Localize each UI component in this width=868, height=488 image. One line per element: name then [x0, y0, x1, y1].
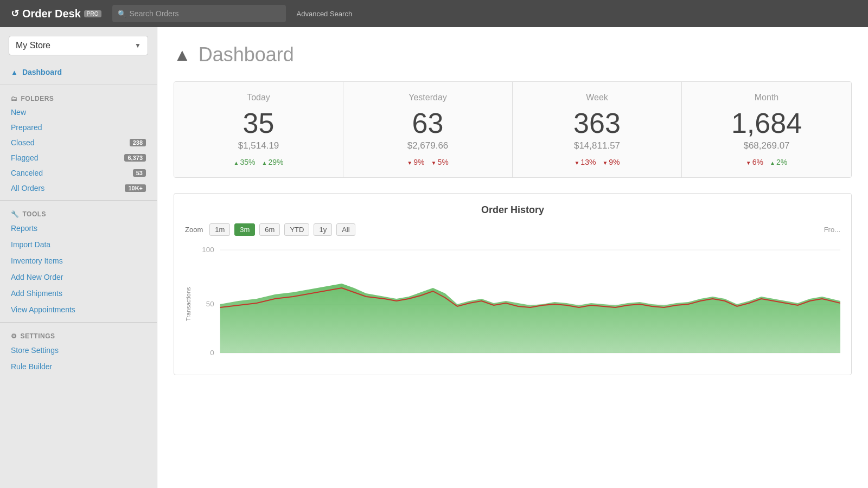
page-title: Dashboard: [199, 43, 294, 66]
sidebar-item-dashboard[interactable]: ▲ Dashboard: [0, 64, 157, 80]
stat-count-today: 35: [187, 109, 330, 137]
arrow-down-icon: [602, 158, 608, 166]
import-data-label: Import Data: [11, 240, 50, 249]
stat-card-yesterday[interactable]: Yesterday 63 $2,679.66 9% 5%: [343, 82, 513, 177]
settings-icon: ⚙: [11, 332, 17, 340]
store-name: My Store: [16, 41, 50, 50]
chart-from-label: Fro...: [824, 226, 840, 234]
search-icon: 🔍: [118, 10, 126, 18]
stat-count-month: 1,684: [695, 109, 838, 137]
stat-change-yesterday-2: 5%: [431, 158, 449, 166]
folder-prepared-label: Prepared: [11, 123, 42, 132]
folders-icon: 🗂: [11, 95, 18, 102]
sidebar-item-reports[interactable]: Reports: [0, 220, 157, 236]
arrow-up-icon: [262, 158, 267, 166]
stat-change-today-2: 29%: [262, 158, 284, 166]
sidebar: My Store ▼ ▲ Dashboard 🗂 FOLDERS New Pre…: [0, 27, 157, 488]
settings-header: ⚙ SETTINGS: [0, 327, 157, 342]
stat-revenue-week: $14,811.57: [526, 140, 668, 151]
stat-revenue-month: $68,269.07: [695, 140, 838, 151]
stat-period-week: Week: [526, 93, 668, 102]
folder-canceled[interactable]: Canceled 53: [0, 165, 157, 181]
stat-change-month-1: 6%: [746, 158, 763, 166]
advanced-search-link[interactable]: Advanced Search: [297, 10, 353, 18]
divider-settings: [0, 322, 157, 323]
main-layout: My Store ▼ ▲ Dashboard 🗂 FOLDERS New Pre…: [0, 27, 868, 488]
sidebar-item-import-data[interactable]: Import Data: [0, 236, 157, 253]
divider-folders: [0, 85, 157, 85]
zoom-1m-button[interactable]: 1m: [209, 223, 230, 236]
svg-marker-6: [220, 284, 840, 353]
folder-new-label: New: [11, 108, 26, 117]
stat-change-month-2: 2%: [770, 158, 787, 166]
zoom-1y-button[interactable]: 1y: [314, 223, 332, 236]
stat-changes-month: 6% 2%: [695, 158, 838, 166]
stat-count-yesterday: 63: [356, 109, 499, 137]
sidebar-item-add-new-order[interactable]: Add New Order: [0, 269, 157, 285]
logo: ↺ Order Desk PRO: [11, 8, 101, 20]
stat-changes-today: 35% 29%: [187, 158, 330, 166]
stat-change-week-1: 13%: [574, 158, 596, 166]
folder-canceled-badge: 53: [133, 169, 146, 177]
arrow-down-icon: [431, 158, 437, 166]
chart-wrapper: Transactions: [185, 245, 840, 364]
store-selector[interactable]: My Store ▼: [9, 36, 148, 55]
zoom-label: Zoom: [185, 226, 203, 234]
folder-closed-label: Closed: [11, 138, 35, 147]
reports-label: Reports: [11, 224, 37, 233]
zoom-all-button[interactable]: All: [336, 223, 355, 236]
sidebar-item-add-shipments[interactable]: Add Shipments: [0, 285, 157, 301]
tools-icon: 🔧: [11, 210, 20, 218]
sidebar-item-rule-builder[interactable]: Rule Builder: [0, 358, 157, 375]
add-new-order-label: Add New Order: [11, 273, 63, 281]
stat-card-month[interactable]: Month 1,684 $68,269.07 6% 2%: [682, 82, 851, 177]
stat-card-today[interactable]: Today 35 $1,514.19 35% 29%: [174, 82, 343, 177]
folders-header: 🗂 FOLDERS: [0, 89, 157, 105]
arrow-down-icon: [746, 158, 751, 166]
stat-revenue-yesterday: $2,679.66: [356, 140, 499, 151]
view-appointments-label: View Appointments: [11, 305, 75, 314]
folder-all-orders-label: All Orders: [11, 184, 44, 192]
search-input[interactable]: [130, 9, 280, 18]
search-bar: 🔍: [112, 5, 286, 22]
store-selector-arrow-icon: ▼: [135, 42, 141, 49]
stat-cards: Today 35 $1,514.19 35% 29% Yesterday 63 …: [174, 81, 852, 178]
stat-changes-yesterday: 9% 5%: [356, 158, 499, 166]
page-header-icon: ▲: [174, 45, 191, 65]
stat-changes-week: 13% 9%: [526, 158, 668, 166]
zoom-3m-button[interactable]: 3m: [234, 223, 255, 236]
zoom-6m-button[interactable]: 6m: [259, 223, 280, 236]
folder-all-orders[interactable]: All Orders 10K+: [0, 181, 157, 196]
arrow-down-icon: [407, 158, 412, 166]
stat-change-yesterday-1: 9%: [407, 158, 424, 166]
sidebar-item-inventory-items[interactable]: Inventory Items: [0, 253, 157, 269]
page-header: ▲ Dashboard: [174, 43, 852, 66]
chart-svg: 100 50 0: [196, 245, 840, 364]
arrow-up-icon: [234, 158, 239, 166]
sidebar-item-store-settings[interactable]: Store Settings: [0, 342, 157, 358]
stat-revenue-today: $1,514.19: [187, 140, 330, 151]
stat-card-week[interactable]: Week 363 $14,811.57 13% 9%: [513, 82, 682, 177]
sidebar-item-view-appointments[interactable]: View Appointments: [0, 301, 157, 318]
folder-flagged[interactable]: Flagged 6,373: [0, 150, 157, 165]
folder-all-orders-badge: 10K+: [125, 184, 146, 192]
stat-period-today: Today: [187, 93, 330, 102]
tools-header: 🔧 TOOLS: [0, 205, 157, 220]
folder-flagged-badge: 6,373: [124, 154, 146, 162]
stat-period-month: Month: [695, 93, 838, 102]
svg-text:50: 50: [206, 300, 214, 308]
stat-change-week-2: 9%: [602, 158, 620, 166]
inventory-items-label: Inventory Items: [11, 256, 63, 265]
dashboard-label: Dashboard: [22, 68, 62, 76]
folder-closed[interactable]: Closed 238: [0, 135, 157, 150]
folder-flagged-label: Flagged: [11, 153, 39, 162]
folder-canceled-label: Canceled: [11, 169, 43, 177]
store-settings-label: Store Settings: [11, 346, 59, 355]
chart-section: Order History Zoom 1m 3m 6m YTD 1y All F…: [174, 193, 852, 375]
top-navigation: ↺ Order Desk PRO 🔍 Advanced Search: [0, 0, 868, 27]
zoom-ytd-button[interactable]: YTD: [284, 223, 309, 236]
chart-area: 100 50 0: [196, 245, 840, 364]
stat-period-yesterday: Yesterday: [356, 93, 499, 102]
folder-prepared[interactable]: Prepared: [0, 120, 157, 135]
folder-new[interactable]: New: [0, 105, 157, 120]
